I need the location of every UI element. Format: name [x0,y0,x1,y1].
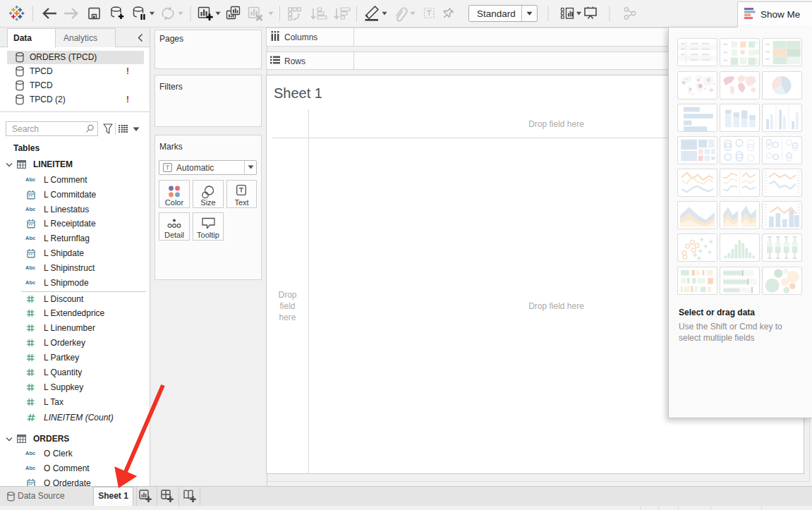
svg-text:Standard: Standard [477,8,516,19]
